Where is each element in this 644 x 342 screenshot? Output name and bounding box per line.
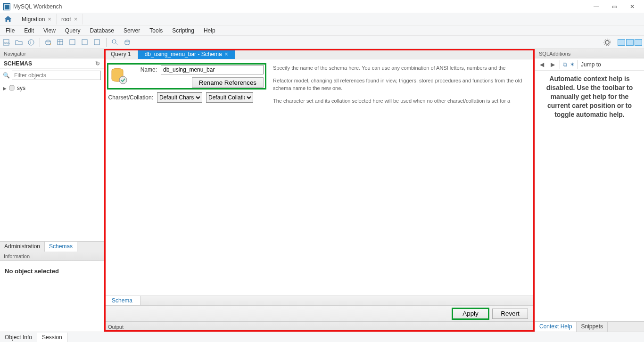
view-icon xyxy=(69,39,77,46)
navigator-header: Navigator xyxy=(0,49,104,58)
filter-box: 🔍 xyxy=(0,69,104,82)
tab-label: Query 1 xyxy=(111,51,131,57)
help-charset: The character set and its collation sele… xyxy=(273,97,531,105)
auto-help-icon[interactable]: ✶ xyxy=(570,61,575,68)
search-icon xyxy=(111,39,119,46)
tab-context-help[interactable]: Context Help xyxy=(535,322,577,332)
schema-icon xyxy=(110,67,129,86)
reconnect-button[interactable] xyxy=(123,38,132,47)
tab-migration[interactable]: Migration × xyxy=(17,14,57,24)
manual-help-icon[interactable]: ⧉ xyxy=(563,61,567,68)
help-refactor: Refactor model, changing all references … xyxy=(273,77,531,92)
tab-schema[interactable]: Schema xyxy=(104,296,140,305)
status-bar: Object Info Session xyxy=(0,332,644,342)
svg-point-14 xyxy=(125,40,130,42)
inspector-button[interactable]: i xyxy=(26,38,36,47)
rename-references-button[interactable]: Rename References xyxy=(192,77,264,88)
navigator-panel: Navigator SCHEMAS ↻ 🔍 ▶ sys Administrati… xyxy=(0,49,104,332)
main-area: Navigator SCHEMAS ↻ 🔍 ▶ sys Administrati… xyxy=(0,49,644,332)
tree-item-sys[interactable]: ▶ sys xyxy=(3,84,101,92)
menu-database[interactable]: Database xyxy=(86,26,118,35)
menu-scripting[interactable]: Scripting xyxy=(168,26,198,35)
search-table-button[interactable] xyxy=(110,38,120,47)
tab-object-info[interactable]: Object Info xyxy=(0,333,37,342)
context-help-body: Automatic context help is disabled. Use … xyxy=(535,71,644,321)
toggle-left-panel-icon[interactable] xyxy=(618,39,625,46)
svg-line-13 xyxy=(116,43,118,45)
apply-bar: Apply Revert xyxy=(104,305,535,321)
search-icon: 🔍 xyxy=(3,72,10,79)
revert-button[interactable]: Revert xyxy=(492,309,528,319)
func-icon xyxy=(94,39,101,46)
menu-edit[interactable]: Edit xyxy=(20,26,38,35)
home-button[interactable] xyxy=(3,14,13,24)
open-sql-button[interactable] xyxy=(14,38,24,47)
new-sql-tab-button[interactable]: SQL xyxy=(2,38,11,47)
schema-name-input[interactable] xyxy=(161,65,264,74)
menu-server[interactable]: Server xyxy=(120,26,144,35)
sql-tab-icon: SQL xyxy=(3,39,10,46)
refresh-icon[interactable]: ↻ xyxy=(95,60,100,67)
menu-help[interactable]: Help xyxy=(200,26,219,35)
toggle-bottom-panel-icon[interactable] xyxy=(626,39,634,46)
close-button[interactable]: ✕ xyxy=(623,1,641,12)
gear-icon xyxy=(603,38,611,47)
main-toolbar: SQL i + xyxy=(0,36,644,49)
create-schema-button[interactable]: + xyxy=(44,38,53,47)
tab-label: db_using_menu_bar - Schema xyxy=(145,51,222,57)
tab-snippets[interactable]: Snippets xyxy=(577,322,608,332)
collation-select[interactable]: Default Collation xyxy=(206,92,253,103)
create-table-button[interactable] xyxy=(56,38,66,47)
schema-editor-body: Name: Rename References Charset/Collatio… xyxy=(104,59,535,295)
maximize-button[interactable]: ▭ xyxy=(605,1,623,12)
filter-input[interactable] xyxy=(12,71,101,80)
information-body: No object selected xyxy=(0,261,104,332)
tab-schemas[interactable]: Schemas xyxy=(45,242,77,252)
svg-point-15 xyxy=(605,41,609,44)
settings-button[interactable] xyxy=(603,38,612,47)
charset-select[interactable]: Default Charset xyxy=(157,92,202,103)
tab-query-1[interactable]: Query 1 xyxy=(104,49,138,59)
tab-schema-editor[interactable]: db_using_menu_bar - Schema × xyxy=(138,49,235,59)
close-icon[interactable]: × xyxy=(74,16,78,23)
create-proc-button[interactable] xyxy=(81,38,90,47)
create-view-button[interactable] xyxy=(68,38,78,47)
tree-item-label: sys xyxy=(17,85,25,91)
sql-additions-panel: SQLAdditions ◀ ▶ ⧉ ✶ Jump to Automatic c… xyxy=(535,49,644,332)
toolbar-divider xyxy=(40,38,40,47)
svg-text:+: + xyxy=(50,42,52,46)
database-icon xyxy=(8,85,15,91)
help-name: Specify the name of the schema here. You… xyxy=(273,64,531,72)
toggle-right-panel-icon[interactable] xyxy=(635,39,642,46)
create-func-button[interactable] xyxy=(93,38,102,47)
apply-button[interactable]: Apply xyxy=(453,309,488,319)
close-icon[interactable]: × xyxy=(225,51,228,57)
schemas-label: SCHEMAS xyxy=(4,60,32,67)
close-icon[interactable]: × xyxy=(48,16,51,23)
information-panel: Information No object selected xyxy=(0,252,104,332)
tab-root[interactable]: root × xyxy=(57,14,83,24)
expand-icon[interactable]: ▶ xyxy=(3,86,7,91)
svg-rect-11 xyxy=(94,40,99,45)
menu-view[interactable]: View xyxy=(40,26,59,35)
minimize-button[interactable]: — xyxy=(587,1,605,12)
tab-session[interactable]: Session xyxy=(37,333,67,342)
sql-additions-header: SQLAdditions xyxy=(535,49,644,58)
charset-row: Charset/Collation: Default Charset Defau… xyxy=(108,92,265,103)
panel-toggle[interactable] xyxy=(618,39,642,46)
jump-to-label[interactable]: Jump to xyxy=(581,61,601,68)
svg-rect-10 xyxy=(82,40,87,45)
name-label: Name: xyxy=(132,66,157,73)
menu-file[interactable]: File xyxy=(2,26,18,35)
editor-tabstrip: Query 1 db_using_menu_bar - Schema × xyxy=(104,49,535,59)
folder-icon xyxy=(15,39,23,46)
tab-administration[interactable]: Administration xyxy=(0,242,45,252)
back-button[interactable]: ◀ xyxy=(538,61,546,68)
menu-tools[interactable]: Tools xyxy=(146,26,166,35)
svg-point-12 xyxy=(112,40,116,43)
forward-button[interactable]: ▶ xyxy=(549,61,557,68)
name-row: Name: Rename References xyxy=(108,64,265,89)
tab-label: Migration xyxy=(22,16,45,23)
menu-query[interactable]: Query xyxy=(61,26,84,35)
menu-bar: File Edit View Query Database Server Too… xyxy=(0,25,644,36)
